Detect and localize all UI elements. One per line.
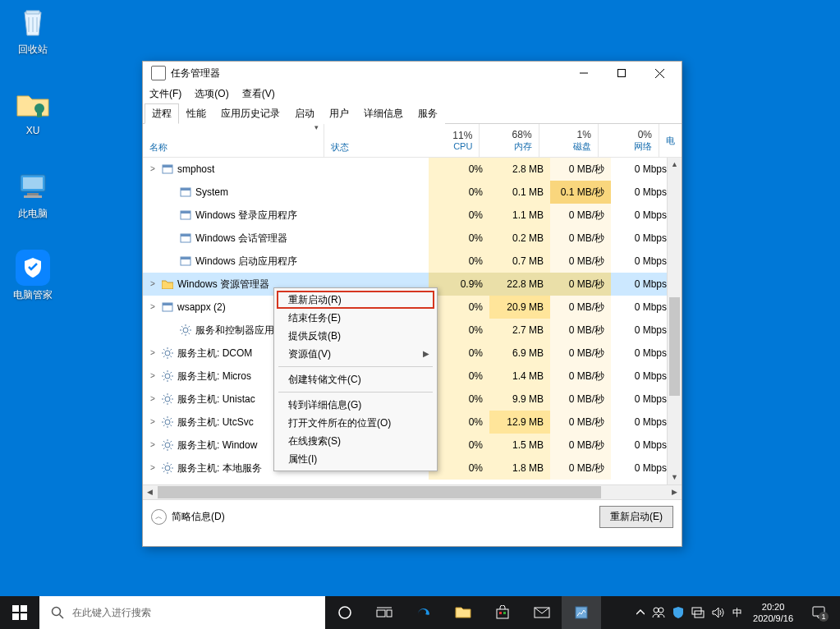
cpu-cell: 0% xyxy=(429,388,489,411)
table-row[interactable]: Windows 启动应用程序0%0.7 MB0 MB/秒0 Mbps xyxy=(143,250,682,273)
cortana-icon[interactable] xyxy=(325,596,365,629)
windows-logo-icon xyxy=(12,605,27,620)
tray-shield-icon[interactable] xyxy=(672,606,684,619)
memory-cell: 2.7 MB xyxy=(489,319,550,342)
expander-icon[interactable]: > xyxy=(148,434,158,457)
scroll-thumb[interactable] xyxy=(158,486,601,498)
disk-cell: 0 MB/秒 xyxy=(550,411,611,434)
menu-options[interactable]: 选项(O) xyxy=(193,87,230,101)
ctx-end-task[interactable]: 结束任务(E) xyxy=(277,309,434,327)
svg-point-27 xyxy=(165,443,170,448)
disk-cell: 0 MB/秒 xyxy=(550,319,611,342)
ctx-properties[interactable]: 属性(I) xyxy=(277,450,434,468)
tray-clock[interactable]: 20:202020/9/16 xyxy=(750,601,796,624)
table-row[interactable]: System0%0.1 MB0.1 MB/秒0 Mbps xyxy=(143,181,682,204)
taskbar: 在此键入进行搜索 中 20:202020/9/16 xyxy=(0,596,840,629)
desktop-folder-xu[interactable]: XU xyxy=(3,87,62,136)
process-name: 服务主机: Micros xyxy=(177,365,251,388)
ctx-feedback[interactable]: 提供反馈(B) xyxy=(277,327,434,345)
ctx-open-location[interactable]: 打开文件所在的位置(O) xyxy=(277,414,434,432)
expander-icon[interactable]: > xyxy=(148,273,158,296)
task-view-icon[interactable] xyxy=(365,596,404,629)
maximize-button[interactable] xyxy=(603,62,640,85)
expander-icon[interactable]: > xyxy=(148,365,158,388)
file-explorer-icon[interactable] xyxy=(443,596,483,629)
col-cpu[interactable]: 11% CPU xyxy=(420,124,480,157)
tray-notifications-icon[interactable]: 1 xyxy=(804,605,833,620)
expander-icon[interactable]: > xyxy=(148,296,158,319)
tray-ime[interactable]: 中 xyxy=(732,606,742,620)
desktop-pc-manager[interactable]: 电脑管家 xyxy=(3,250,62,302)
minimize-button[interactable] xyxy=(565,62,603,85)
edge-icon[interactable] xyxy=(404,596,443,629)
store-icon[interactable] xyxy=(483,596,522,629)
network-cell: 0 Mbps xyxy=(611,204,673,227)
tray-chevron-up-icon[interactable] xyxy=(636,608,645,617)
fewer-details-toggle[interactable]: ︿ 简略信息(D) xyxy=(151,509,225,525)
cpu-cell: 0.9% xyxy=(429,273,489,296)
expander-icon[interactable]: > xyxy=(148,388,158,411)
tray-volume-icon[interactable] xyxy=(712,607,725,618)
tab-history[interactable]: 应用历史记录 xyxy=(213,103,287,124)
col-name[interactable]: 名称 xyxy=(143,124,324,157)
desktop-recycle-bin[interactable]: 回收站 xyxy=(3,5,62,57)
tab-services[interactable]: 服务 xyxy=(411,103,445,124)
horizontal-scrollbar[interactable]: ◀ ▶ xyxy=(143,484,682,499)
ctx-restart[interactable]: 重新启动(R) xyxy=(277,291,434,309)
svg-point-24 xyxy=(165,374,170,379)
col-memory[interactable]: 68% 内存 xyxy=(480,124,539,157)
svg-rect-15 xyxy=(181,211,190,213)
memory-cell: 9.9 MB xyxy=(489,388,550,411)
tab-startup[interactable]: 启动 xyxy=(287,103,322,124)
scroll-up-icon[interactable]: ▲ xyxy=(668,158,682,172)
desktop-this-pc[interactable]: 此电脑 xyxy=(3,169,62,221)
tray-network-icon[interactable] xyxy=(691,607,705,618)
tab-details[interactable]: 详细信息 xyxy=(356,103,411,124)
col-extra[interactable]: 电 xyxy=(659,124,682,157)
col-status[interactable]: 状态 ▾ xyxy=(324,124,420,157)
network-cell: 0 Mbps xyxy=(611,411,673,434)
ctx-search-online[interactable]: 在线搜索(S) xyxy=(277,432,434,450)
process-name: Windows 登录应用程序 xyxy=(195,204,297,227)
expander-icon[interactable]: > xyxy=(148,457,158,480)
tab-users[interactable]: 用户 xyxy=(322,103,356,124)
expander-icon[interactable]: > xyxy=(148,158,158,181)
disk-cell: 0 MB/秒 xyxy=(550,250,611,273)
vertical-scrollbar[interactable]: ▲ ▼ xyxy=(667,158,682,484)
tab-processes[interactable]: 进程 xyxy=(145,103,179,124)
ctx-goto-details[interactable]: 转到详细信息(G) xyxy=(277,396,434,414)
disk-cell: 0 MB/秒 xyxy=(550,296,611,319)
tray-people-icon[interactable] xyxy=(652,607,665,618)
network-cell: 0 Mbps xyxy=(611,273,673,296)
process-icon xyxy=(179,232,192,245)
tab-performance[interactable]: 性能 xyxy=(179,103,213,124)
taskbar-search[interactable]: 在此键入进行搜索 xyxy=(39,596,325,629)
col-disk[interactable]: 1% 磁盘 xyxy=(539,124,599,157)
mail-icon[interactable] xyxy=(522,596,562,629)
cpu-cell: 0% xyxy=(429,250,489,273)
scroll-down-icon[interactable]: ▼ xyxy=(668,471,682,484)
table-row[interactable]: Windows 登录应用程序0%1.1 MB0 MB/秒0 Mbps xyxy=(143,204,682,227)
menu-file[interactable]: 文件(F) xyxy=(148,87,183,101)
expander-icon[interactable]: > xyxy=(148,342,158,365)
network-cell: 0 Mbps xyxy=(611,434,673,457)
taskbar-task-manager[interactable] xyxy=(562,596,601,629)
scroll-right-icon[interactable]: ▶ xyxy=(668,485,682,499)
start-button[interactable] xyxy=(0,596,39,629)
col-network[interactable]: 0% 网络 xyxy=(599,124,659,157)
svg-point-0 xyxy=(34,103,44,113)
restart-button[interactable]: 重新启动(E) xyxy=(599,506,673,528)
ctx-create-dump[interactable]: 创建转储文件(C) xyxy=(277,370,434,388)
ctx-resource-values[interactable]: 资源值(V)▶ xyxy=(277,345,434,363)
table-row[interactable]: >smphost0%2.8 MB0 MB/秒0 Mbps xyxy=(143,158,682,181)
cpu-cell: 0% xyxy=(429,319,489,342)
titlebar[interactable]: 任务管理器 xyxy=(143,62,682,85)
scroll-thumb[interactable] xyxy=(669,297,680,396)
shield-icon xyxy=(16,250,50,285)
expander-icon[interactable]: > xyxy=(148,411,158,434)
scroll-left-icon[interactable]: ◀ xyxy=(143,485,157,499)
table-row[interactable]: Windows 会话管理器0%0.2 MB0 MB/秒0 Mbps xyxy=(143,227,682,250)
close-button[interactable] xyxy=(640,62,678,85)
menu-view[interactable]: 查看(V) xyxy=(241,87,277,101)
search-placeholder: 在此键入进行搜索 xyxy=(72,606,151,620)
